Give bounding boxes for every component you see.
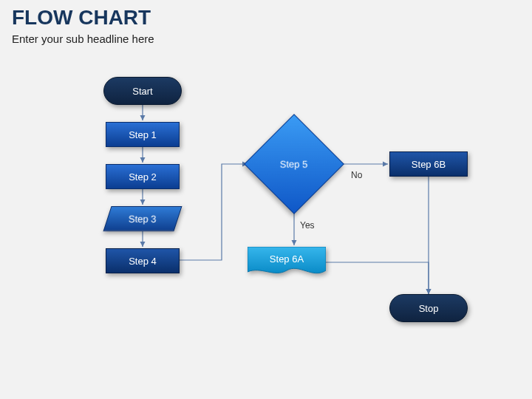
node-step1: Step 1: [106, 122, 180, 147]
node-step4: Step 4: [106, 248, 180, 273]
node-step5-label: Step 5: [280, 159, 308, 170]
node-start: Start: [103, 77, 182, 105]
page-subtitle: Enter your sub headline here: [12, 33, 154, 45]
node-step6a: Step 6A: [248, 247, 326, 281]
node-step3: Step 3: [103, 206, 182, 231]
node-step6b: Step 6B: [389, 151, 468, 177]
edge-label-no: No: [351, 170, 362, 180]
node-start-label: Start: [132, 86, 152, 97]
node-step2: Step 2: [106, 164, 180, 189]
node-step6b-label: Step 6B: [412, 159, 446, 170]
node-step5: Step 5: [244, 114, 344, 214]
node-step3-label: Step 3: [129, 214, 157, 225]
node-stop: Stop: [389, 294, 468, 322]
node-stop-label: Stop: [419, 303, 439, 314]
edge-label-yes: Yes: [300, 220, 315, 231]
page-title: FLOW CHART: [12, 6, 151, 30]
node-step2-label: Step 2: [129, 171, 157, 183]
connectors: [0, 0, 532, 399]
node-step1-label: Step 1: [129, 129, 157, 140]
node-step4-label: Step 4: [129, 256, 157, 267]
node-step6a-label: Step 6A: [270, 253, 304, 265]
